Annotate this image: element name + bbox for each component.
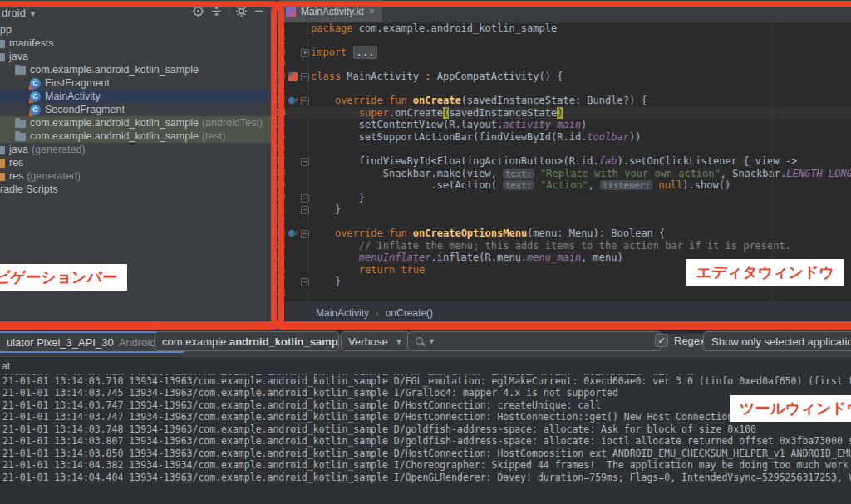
gear-icon[interactable] — [235, 5, 248, 17]
breadcrumb-method[interactable]: onCreate() — [386, 307, 433, 319]
code-line-28: 28 — [271, 288, 851, 301]
android-class-icon[interactable] — [288, 71, 300, 83]
tree-item-pp[interactable]: pp — [0, 23, 271, 37]
gutter-slot — [288, 203, 300, 216]
folder-icon — [0, 173, 5, 181]
log-search-box[interactable]: ▼ — [407, 331, 662, 351]
code-text — [311, 216, 851, 228]
gutter-separator — [307, 22, 308, 301]
code-line-15: 15 setSupportActionBar(findViewById(R.id… — [271, 131, 851, 144]
app-selector[interactable]: com.example.android_kotlin_samp ▼ — [155, 331, 339, 351]
code-text: Snackbar.make(view, text: "Replace with … — [311, 168, 851, 180]
folder-icon — [15, 66, 26, 75]
override-method-icon[interactable]: ↑ — [288, 95, 300, 107]
logcat-tool-window: ulator Pixel_3_API_30 Android ▼ com.exam… — [0, 327, 851, 504]
gutter-slot — [288, 22, 300, 35]
tree-item-res[interactable]: res(generated) — [0, 169, 271, 183]
annotation-label-navigation: ナビゲーションバー — [0, 264, 127, 291]
project-view-label: droid — [2, 7, 26, 19]
code-text — [311, 83, 851, 95]
code-line-2: 2 — [271, 35, 851, 47]
log-line-4: 21-01-01 13:14:03.747 13934-13963/com.ex… — [0, 411, 851, 423]
logcat-tab-label[interactable]: at — [2, 360, 10, 372]
fold-slot — [300, 168, 311, 180]
tree-item-suffix: (generated) — [32, 143, 86, 156]
gutter-slot — [288, 35, 300, 47]
log-line-9: 21-01-01 13:14:04.404 13934-13963/com.ex… — [0, 472, 851, 484]
code-line-1: 1package com.example.android_kotlin_samp… — [271, 22, 851, 35]
code-line-16: 16 — [271, 143, 851, 155]
tree-item-com-example-android-kotlin-sample[interactable]: com.example.android_kotlin_sample(androi… — [0, 116, 271, 130]
log-line-partial: 21-01-01 13:14:03.690 13934-13963/com.ex… — [0, 374, 851, 375]
tree-item-suffix: (generated) — [27, 169, 81, 183]
device-selector-value: ulator Pixel_3_API_30 — [7, 336, 114, 349]
tree-item-manifests[interactable]: manifests — [0, 37, 271, 50]
locate-target-icon[interactable] — [192, 5, 204, 17]
tree-item-res[interactable]: res — [0, 156, 271, 169]
tree-item-com-example-android-kotlin-sample[interactable]: com.example.android_kotlin_sample — [0, 63, 271, 76]
project-view-selector[interactable]: droid ▼ — [2, 7, 37, 19]
code-line-20: 20− } — [271, 192, 851, 204]
tree-item-label: manifests — [9, 37, 54, 50]
code-text — [311, 143, 851, 155]
line-number: 1 — [271, 22, 288, 35]
tree-item-firstfragment[interactable]: FirstFragment — [0, 76, 271, 90]
line-number: 11 — [271, 83, 288, 95]
fold-slot — [300, 288, 311, 301]
annotation-label-editor: エディタウィンドウ — [686, 259, 844, 286]
gutter-slot — [288, 119, 300, 131]
editor-tab-title: MainActivity.kt — [301, 6, 364, 17]
search-input[interactable] — [439, 335, 654, 349]
tree-item-label: pp — [0, 23, 12, 37]
log-output[interactable]: 21-01-01 13:14:03.690 13934-13963/com.ex… — [0, 374, 851, 504]
collapse-all-icon[interactable] — [210, 5, 223, 17]
line-number: 24 — [271, 240, 288, 252]
gutter-slot — [288, 216, 300, 228]
fold-slot — [300, 143, 311, 155]
fold-slot — [300, 264, 311, 276]
tree-item-label: com.example.android_kotlin_sample — [30, 63, 199, 76]
tree-item-label: MainActivity — [45, 90, 101, 103]
fold-slot — [300, 252, 311, 264]
tree-item-java[interactable]: java — [0, 50, 271, 63]
close-icon[interactable]: × — [369, 7, 375, 17]
folder-icon — [0, 40, 5, 48]
fold-slot: − — [300, 71, 311, 83]
chevron-down-icon: ▼ — [395, 337, 403, 346]
code-line-11: 11 — [271, 83, 851, 95]
gutter-slot — [288, 288, 300, 301]
gutter-slot — [288, 252, 300, 264]
tree-item-mainactivity[interactable]: MainActivity — [0, 90, 271, 103]
override-method-icon[interactable]: ↑ — [288, 228, 300, 240]
log-line-1: 21-01-01 13:14:03.710 13934-13963/com.ex… — [0, 375, 851, 388]
tree-item-radle-scripts[interactable]: radle Scripts — [0, 183, 271, 196]
code-line-9: 9 — [271, 59, 851, 71]
android-studio-window: droid ▼ ppmanifestsjavacom.example.andro… — [0, 0, 851, 504]
show-only-selector[interactable]: Show only selected application — [703, 331, 851, 351]
minimize-icon[interactable] — [253, 6, 264, 17]
tree-item-secondfragment[interactable]: SecondFragment — [0, 103, 271, 116]
tree-item-suffix: (androidTest) — [202, 116, 263, 130]
gutter-slot — [288, 276, 300, 288]
fold-slot — [300, 83, 311, 95]
tree-item-label: java — [9, 50, 28, 63]
code-text — [311, 35, 851, 47]
line-number: 15 — [271, 131, 288, 144]
line-number: 16 — [271, 143, 288, 155]
folder-icon — [0, 146, 5, 154]
editor-tab-strip: MainActivity.kt × — [271, 0, 851, 23]
chevron-down-icon: ▼ — [29, 9, 37, 18]
regex-checkbox[interactable]: ✓ — [655, 334, 668, 347]
logcat-toolbar: ulator Pixel_3_API_30 Android ▼ com.exam… — [0, 334, 851, 357]
chevron-down-icon: ▼ — [428, 337, 435, 345]
tree-item-com-example-android-kotlin-sample[interactable]: com.example.android_kotlin_sample(test) — [0, 130, 271, 143]
toolbar-divider — [229, 6, 229, 17]
log-level-value: Verbose — [348, 335, 388, 348]
show-only-value: Show only selected application — [711, 335, 851, 348]
tree-item-java[interactable]: java(generated) — [0, 143, 271, 156]
line-number: 21 — [271, 203, 288, 216]
code-line-22: 22 — [271, 216, 851, 228]
editor-tab-mainactivity[interactable]: MainActivity.kt × — [278, 0, 382, 22]
breadcrumb-class[interactable]: MainActivity — [316, 307, 369, 319]
log-level-selector[interactable]: Verbose ▼ — [341, 331, 411, 351]
